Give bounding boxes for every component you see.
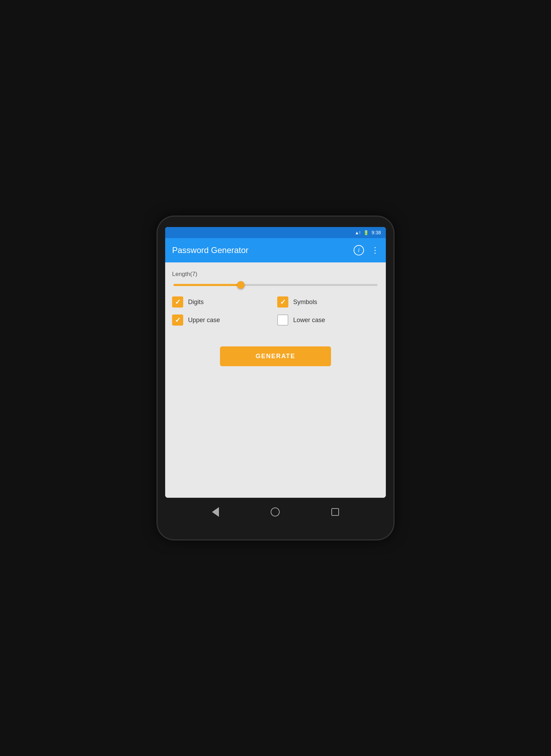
upper-case-checkmark: ✓: [175, 317, 181, 324]
digits-checkbox[interactable]: ✓: [172, 296, 183, 308]
symbols-option[interactable]: ✓ Symbols: [277, 296, 379, 308]
slider-thumb[interactable]: [237, 281, 245, 289]
status-time: 9:38: [372, 230, 381, 235]
more-options-button[interactable]: ⋮: [371, 245, 379, 255]
lower-case-option[interactable]: Lower case: [277, 314, 379, 326]
upper-case-checkbox[interactable]: ✓: [172, 314, 183, 326]
symbols-checkmark: ✓: [280, 299, 286, 305]
generate-button-wrapper: GENERATE: [172, 346, 379, 366]
signal-icon: ▲!: [355, 230, 360, 235]
recents-icon: [331, 508, 339, 516]
home-button[interactable]: [271, 507, 280, 516]
upper-case-label: Upper case: [188, 317, 220, 324]
options-grid: ✓ Digits ✓ Symbols ✓ Upper case: [172, 296, 379, 326]
status-bar: ▲! 🔋 9:38: [165, 227, 386, 238]
digits-checkmark: ✓: [175, 299, 181, 305]
length-label: Length(7): [172, 271, 379, 278]
info-icon: i: [354, 245, 364, 255]
info-button[interactable]: i: [354, 245, 364, 255]
battery-icon: 🔋: [363, 230, 369, 235]
screen: ▲! 🔋 9:38 Password Generator i ⋮ Length(…: [165, 227, 386, 498]
more-icon: ⋮: [371, 245, 379, 255]
symbols-label: Symbols: [293, 299, 317, 306]
lower-case-checkbox[interactable]: [277, 314, 288, 326]
length-slider[interactable]: [172, 284, 379, 286]
lower-case-label: Lower case: [293, 317, 325, 324]
slider-track: [173, 284, 378, 286]
digits-label: Digits: [188, 299, 204, 306]
upper-case-option[interactable]: ✓ Upper case: [172, 314, 274, 326]
home-icon: [271, 507, 280, 516]
generate-button[interactable]: GENERATE: [220, 346, 331, 366]
device-frame: ▲! 🔋 9:38 Password Generator i ⋮ Length(…: [158, 217, 393, 539]
slider-fill: [173, 284, 241, 286]
back-icon: [212, 507, 219, 517]
app-title: Password Generator: [172, 245, 354, 255]
symbols-checkbox[interactable]: ✓: [277, 296, 288, 308]
app-bar: Password Generator i ⋮: [165, 238, 386, 262]
digits-option[interactable]: ✓ Digits: [172, 296, 274, 308]
recents-button[interactable]: [331, 508, 339, 516]
back-button[interactable]: [212, 507, 219, 517]
app-bar-actions: i ⋮: [354, 245, 379, 255]
content-area: Length(7) ✓ Digits ✓: [165, 262, 386, 498]
bottom-nav: [165, 502, 386, 522]
